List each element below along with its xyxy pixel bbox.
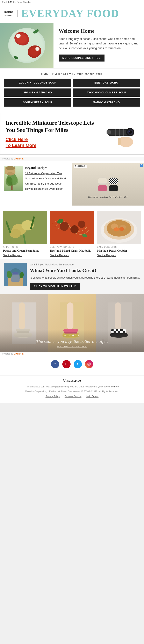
svg-point-31 (70, 225, 79, 234)
ad-cta-link[interactable]: Click Here To Learn More (6, 136, 97, 148)
leaf-decoration-1 (32, 29, 39, 34)
mood-item-1[interactable]: ZUCCHINI-COCONUT SOUP (4, 78, 71, 87)
svg-rect-11 (119, 128, 120, 136)
twitter-icon[interactable]: t (74, 360, 82, 368)
recipe-category-2: EVERYDAY DINNERS (50, 246, 94, 248)
hero-section: Welcome Home After a long day at school,… (0, 23, 144, 68)
svg-point-78 (90, 363, 90, 363)
recipe-image-meatballs (50, 211, 94, 244)
alohas-overlay: ALOHAS The sooner you buy, the better th… (0, 330, 144, 352)
svg-point-42 (119, 227, 124, 231)
newsletter-text-area: We think you'll totally love this newsle… (30, 263, 140, 290)
svg-rect-2 (118, 138, 121, 145)
ad-indicator: D (140, 164, 143, 167)
header-title: EVERYDAY FOOD (22, 8, 119, 20)
recipes-section: APPETIZERS Potato and Green Bean Salad S… (0, 208, 144, 259)
beyond-section: Beyond Recipes 21 Bathroom Organization … (0, 161, 144, 208)
alohas-cta[interactable]: GET UP TO 36% OFF (4, 345, 140, 348)
hero-button[interactable]: MORE RECIPES LIKE THIS » (59, 54, 104, 62)
alohas-brand: ALOHAS (4, 334, 140, 337)
recipe-image-potatoes (3, 211, 47, 244)
pinterest-icon[interactable]: P (62, 360, 70, 368)
sandal-black (109, 185, 118, 191)
newsletter-title: Whoa! Your Yard Looks Great! (30, 267, 140, 274)
hero-title: Welcome Home (59, 28, 139, 34)
mood-item-3[interactable]: SPANISH GAZPACHO (4, 88, 71, 97)
footer: Unsubscribe This email was sent to xxxxx… (0, 376, 144, 403)
mood-grid: ZUCCHINI-COCONUT SOUP BEET GAZPACHO SPAN… (4, 78, 140, 106)
mood-item-2[interactable]: BEET GAZPACHO (73, 78, 140, 87)
svg-rect-64 (115, 302, 121, 329)
beyond-left: Beyond Recipes 21 Bathroom Organization … (0, 163, 72, 206)
svg-point-8 (129, 131, 130, 132)
beyond-right-badge: ALOHAS (74, 164, 87, 168)
mood-item-6[interactable]: MANGO GAZPACHO (73, 98, 140, 106)
recipe-title-3: Martha's Peach Cobbler (97, 249, 141, 253)
recipe-link-1[interactable]: See the Recipe » (3, 254, 47, 257)
ad-powered-by: Powered by Liveintent (0, 157, 144, 161)
help-center-link[interactable]: Help Center (86, 395, 98, 399)
recipes-grid: APPETIZERS Potato and Green Bean Salad S… (3, 211, 141, 257)
logo-martha-stewart: martha stewart (4, 10, 14, 17)
terms-of-service-link[interactable]: Terms of Service (64, 395, 82, 399)
plant-svg (4, 166, 23, 191)
sandal-pink (98, 185, 107, 191)
beyond-link-2[interactable]: Streamline Your Garage and Shed (25, 177, 69, 180)
svg-point-77 (88, 363, 90, 365)
newsletter-image (4, 263, 27, 286)
recipe-link-3[interactable]: See the Recipe » (97, 254, 141, 257)
hero-content: Welcome Home After a long day at school,… (54, 23, 144, 68)
beyond-text-area: Beyond Recipes 21 Bathroom Organization … (25, 166, 69, 202)
food-item-1 (14, 32, 29, 46)
leaf-decoration-2 (13, 56, 19, 60)
alohas-section: ALOHAS The sooner you buy, the better th… (0, 294, 144, 352)
mood-item-5[interactable]: SOUR-CHERRY SOUP (4, 98, 71, 106)
sandal-checkered (109, 178, 118, 184)
beyond-link-3[interactable]: Our Best Pantry Storage Ideas (25, 182, 69, 186)
hero-image (0, 23, 54, 68)
unsubscribe-title[interactable]: Unsubscribe (4, 379, 140, 382)
sandal-white (98, 178, 107, 184)
social-icons: f P t (4, 360, 140, 368)
svg-rect-52 (19, 302, 25, 329)
subscribe-here-link[interactable]: Subscribe here (104, 385, 119, 388)
privacy-policy-link[interactable]: Privacy Policy (46, 395, 60, 399)
mood-section: HMM...I'M REALLY IN THE MOOD FOR ZUCCHIN… (0, 68, 144, 111)
footer-links: Privacy Policy | Terms of Service | Help… (4, 395, 140, 399)
recipe-category-1: APPETIZERS (3, 246, 47, 248)
recipe-title-2: Beef-and-Mixed-Grain Meatballs (50, 249, 94, 253)
svg-point-48 (12, 272, 18, 274)
svg-point-25 (10, 229, 21, 238)
recipe-card-2: EVERYDAY DINNERS Beef-and-Mixed-Grain Me… (50, 211, 94, 257)
ad-headline: Incredible Miniature Telescope Lets You … (6, 119, 97, 134)
social-section: f P t (0, 356, 144, 376)
svg-rect-46 (11, 274, 20, 282)
footer-email-line: This email was sent to xxxxxx@gmail.com … (4, 385, 140, 389)
mood-title: HMM...I'M REALLY IN THE MOOD FOR (4, 73, 140, 76)
recipe-title-1: Potato and Green Bean Salad (3, 249, 47, 253)
hero-body: After a long day at school, kids cannot … (59, 36, 139, 50)
beyond-right-text: The sooner you buy, the better the offer… (72, 196, 144, 198)
top-bar-label: English Muffin Pizza Snacks (2, 1, 30, 3)
recipe-image-cobbler (97, 211, 141, 244)
beyond-right: ALOHAS The sooner you buy, the better th… (72, 163, 144, 206)
header: martha stewart EVERYDAY FOOD (0, 4, 144, 23)
instagram-icon[interactable] (85, 360, 93, 368)
alohas-powered-by: Powered by Liveintent (0, 352, 144, 356)
top-bar: English Muffin Pizza Snacks (0, 0, 144, 4)
ad-image (102, 117, 138, 150)
svg-rect-12 (123, 128, 124, 136)
beyond-image (4, 166, 23, 191)
svg-rect-9 (106, 130, 111, 134)
svg-point-41 (114, 227, 119, 232)
mood-item-4[interactable]: AVOCADO-CUCUMBER SOUP (73, 88, 140, 97)
liveintent-logo: Liveintent (14, 158, 24, 160)
newsletter-signup-button[interactable]: CLICK TO SIGN UP INSTANTLY (30, 283, 80, 290)
beyond-link-1[interactable]: 21 Bathroom Organization Tips (25, 172, 69, 175)
recipe-link-2[interactable]: See the Recipe » (50, 254, 94, 257)
beyond-link-4[interactable]: How to Reorganize Every Room (25, 187, 69, 191)
svg-rect-1 (121, 137, 125, 145)
facebook-icon[interactable]: f (51, 360, 59, 368)
svg-point-30 (60, 222, 69, 231)
alohas-tagline: The sooner you buy, the better the offer… (4, 339, 140, 344)
